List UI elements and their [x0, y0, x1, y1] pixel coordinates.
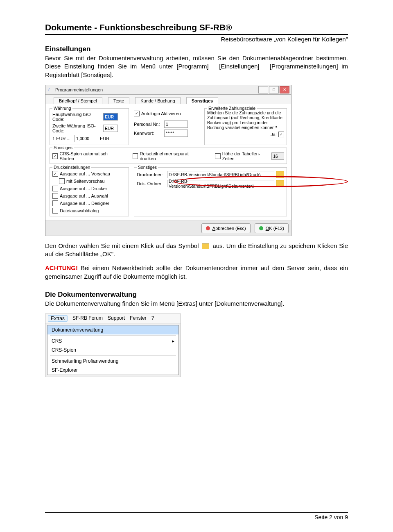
group-title-folders: Sonstiges [137, 165, 158, 170]
window-titlebar: ♂ Programmeinstellungen — □ ✕ [45, 85, 291, 95]
label-reiseteilnehmer: Reiseteilnehmer separat drucken [140, 151, 203, 161]
group-folders: Sonstiges Druckordner: D:\SF-RB-Versione… [134, 167, 287, 216]
label-seitenvorschau: mit Seitenvorschau [66, 179, 105, 184]
menu-item-crs[interactable]: CRS ▸ [47, 336, 178, 346]
folder-browse-druck-icon[interactable] [276, 171, 284, 178]
label-kurs: 1 EUR = [52, 136, 73, 141]
label-druckordner: Druckordner: [137, 172, 165, 177]
window-max-button[interactable]: □ [269, 86, 279, 93]
checkbox-vorschau[interactable] [52, 171, 58, 177]
checkbox-autologin[interactable] [134, 111, 140, 116]
checkbox-auswahl[interactable] [52, 193, 58, 199]
menu-item-schmetterling-label: Schmetterling Profianwendung [52, 358, 118, 364]
checkbox-dateiauswahl[interactable] [52, 208, 58, 214]
para-ordner: Den Ordner wählen Sie mit einem Klick au… [45, 242, 348, 259]
label-dateiauswahl: Dateiauswahldialog [60, 208, 99, 213]
checkbox-designer[interactable] [52, 200, 58, 206]
menu-bar: Extras SF-RB Forum Support Fenster ? [45, 314, 181, 323]
footer-rule [45, 512, 348, 513]
ok-icon [259, 226, 263, 230]
text-ordner-1: Den Ordner wählen Sie mit einem Klick au… [45, 242, 201, 249]
extras-menu-screenshot: Extras SF-RB Forum Support Fenster ? Dok… [45, 314, 181, 377]
checkbox-crs-spion[interactable] [52, 153, 58, 159]
menu-separator-2 [50, 355, 176, 356]
group-title-sonstiges1: Sonstiges [52, 145, 74, 150]
input-druckordner[interactable]: D:\SF-RB-Versionen\Standart\SFRBLight\Dr… [167, 171, 274, 178]
menu-item-sf-explorer-label: SF-Explorer [52, 367, 78, 373]
ok-label: K (F12) [269, 226, 284, 231]
menu-item-dok-label: Dokumentenverwaltung [52, 327, 103, 333]
label-drucker: Ausgabe auf ... Drucker [60, 186, 107, 191]
text-zahlungsziele: Möchten Sie die Zahlungsziele und die Za… [207, 110, 284, 130]
tab-texte[interactable]: Texte [108, 97, 129, 104]
achtung-text: Bei einem Netwerkbetrieb sollte der Doku… [45, 264, 348, 280]
checkbox-tabellenhoehe[interactable] [215, 153, 220, 159]
input-dokordner[interactable]: D:\SF-RB-Versionen\Standart\SFRBLight\Do… [167, 180, 274, 187]
group-title-druck: Druckeinstellungen [52, 165, 91, 170]
achtung-label: ACHTUNG! [45, 264, 78, 271]
extras-dropdown: Dokumentenverwaltung CRS ▸ CRS-Spion Sch… [47, 325, 179, 375]
input-kennwort[interactable]: ***** [164, 130, 188, 137]
menu-item-crs-spion[interactable]: CRS-Spion [47, 346, 178, 355]
checkbox-seitenvorschau[interactable] [59, 178, 65, 184]
title-rule [45, 34, 348, 35]
menu-item-dokumentenverwaltung[interactable]: Dokumentenverwaltung [47, 325, 178, 334]
label-crs-spion: CRS-Spion automatisch Starten [59, 151, 120, 161]
input-zweite-waehrung[interactable]: EUR [103, 125, 118, 132]
menu-item-crs-spion-label: CRS-Spion [52, 347, 76, 353]
label-tabellenhoehe: Höhe der Tabellen-Zeilen [222, 151, 270, 161]
menu-forum[interactable]: SF-RB Forum [72, 315, 103, 322]
menu-item-schmetterling[interactable]: Schmetterling Profianwendung [47, 357, 178, 366]
para-einstellungen: Bevor Sie mit der Dokumentenverwaltung a… [45, 54, 348, 79]
heading-einstellungen: Einstellungen [45, 45, 348, 53]
label-designer: Ausgabe auf ... Designer [60, 201, 109, 206]
group-zahlungsziele: Erweiterte Zahlungsziele Möchten Sie die… [204, 108, 287, 145]
input-kurs[interactable]: 1,0000 [75, 135, 98, 142]
menu-separator-1 [50, 335, 176, 336]
column-login: Autologin Aktivieren Personal Nr.: 1 Ken… [134, 107, 199, 145]
doc-subtitle: Reisebürosoftware „von Kollegen für Koll… [45, 36, 348, 43]
cancel-icon [206, 226, 210, 230]
label-dokordner: Dok. Ordner: [137, 181, 165, 186]
page-number: Seite 2 von 9 [45, 514, 348, 521]
input-tabellenhoehe[interactable]: 16 [271, 152, 284, 160]
checkbox-drucker[interactable] [52, 186, 58, 191]
label-personal-nr: Personal Nr.: [134, 122, 163, 127]
label-kurs-eur: EUR [100, 136, 109, 141]
submenu-arrow-icon: ▸ [172, 338, 174, 344]
menu-support[interactable]: Support [108, 315, 125, 322]
menu-help[interactable]: ? [151, 315, 154, 322]
label-ja: Ja: [271, 132, 277, 137]
window-min-button[interactable]: — [258, 86, 268, 93]
settings-tabs: Briefkopf / Stempel Texte Kunde / Buchun… [45, 95, 291, 104]
cancel-button[interactable]: Abbrechen (Esc) [201, 223, 251, 233]
checkbox-zahlungsziele-ja[interactable] [278, 132, 284, 137]
menu-item-crs-label: CRS [52, 338, 62, 344]
label-zweite-waehrung: Zweite Währung ISO-Code: [52, 123, 102, 133]
settings-window: ♂ Programmeinstellungen — □ ✕ Briefkopf … [45, 85, 291, 236]
group-sonstiges-1: Sonstiges CRS-Spion automatisch Starten … [50, 148, 287, 164]
folder-browse-dok-icon[interactable] [276, 180, 284, 187]
app-icon: ♂ [47, 87, 53, 93]
input-personal-nr[interactable]: 1 [164, 120, 188, 128]
menu-extras[interactable]: Extras [48, 315, 68, 322]
heading-verwaltung: Die Dokumentenverwaltung [45, 291, 348, 299]
label-auswahl: Ausgabe auf ... Auswahl [60, 193, 108, 198]
ok-button[interactable]: OK (F12) [255, 223, 289, 233]
group-title-zahlungsziele: Erweiterte Zahlungsziele [207, 106, 257, 111]
inline-folder-icon [202, 243, 209, 249]
window-close-button[interactable]: ✕ [280, 86, 289, 93]
para-achtung: ACHTUNG! Bei einem Netwerkbetrieb sollte… [45, 264, 348, 281]
input-hauptwaehrung[interactable]: EUR [103, 113, 118, 120]
menu-fenster[interactable]: Fenster [130, 315, 147, 322]
group-title-waehrung: Währung [52, 106, 72, 111]
menu-item-sf-explorer[interactable]: SF-Explorer [47, 366, 178, 375]
group-waehrung: Währung Hauptwährung ISO-Code: EUR Zweit… [50, 108, 129, 145]
tab-kunde[interactable]: Kunde / Buchung [135, 97, 180, 104]
label-autologin: Autologin Aktivieren [141, 111, 181, 116]
group-druckeinstellungen: Druckeinstellungen Ausgabe auf ... Vorsc… [50, 167, 129, 216]
tab-sonstiges[interactable]: Sonstiges [186, 97, 219, 104]
checkbox-reiseteilnehmer[interactable] [133, 153, 138, 159]
tab-briefkopf[interactable]: Briefkopf / Stempel [54, 97, 102, 104]
label-kennwort: Kennwort: [134, 131, 163, 136]
